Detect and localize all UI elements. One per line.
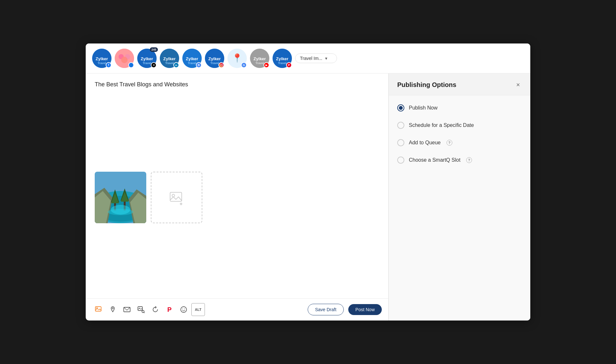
dropdown-label: Travel Im...	[300, 56, 322, 61]
svg-text:Travel: Travel	[143, 62, 151, 65]
travel-dropdown[interactable]: Travel Im... ▾	[295, 53, 337, 63]
main-area: The Best Travel Blogs and Websites	[86, 73, 530, 321]
svg-text:Zylker: Zylker	[186, 56, 198, 61]
svg-text:Travel: Travel	[98, 62, 106, 65]
svg-text:Zylker: Zylker	[276, 56, 288, 61]
account-twitter[interactable]: 245 ZylkerTravel ✕	[137, 49, 157, 68]
media-search-btn[interactable]	[135, 303, 148, 316]
svg-point-48	[112, 308, 113, 309]
account-map[interactable]: 📍 G	[227, 49, 247, 68]
location-toolbar-btn[interactable]	[106, 303, 119, 316]
svg-rect-42	[170, 192, 182, 201]
option-queue-label: Add to Queue	[409, 140, 441, 146]
editor-content: The Best Travel Blogs and Websites	[86, 73, 388, 298]
option-publish-now-label: Publish Now	[409, 105, 438, 111]
email-toolbar-btn[interactable]	[120, 303, 133, 316]
community-badge: 👤	[128, 62, 134, 68]
li-badge: in	[173, 62, 179, 68]
svg-text:Travel: Travel	[255, 62, 264, 65]
option-publish-now[interactable]: Publish Now	[397, 104, 522, 111]
publishing-options-list: Publish Now Schedule for a Specific Date…	[389, 95, 530, 173]
account-gmb[interactable]: ZylkerTravel B	[182, 49, 202, 68]
app-container: ZylkerTravel f 👤 245 ZylkerTravel ✕ Zylk…	[86, 43, 530, 321]
radio-publish-now[interactable]	[397, 104, 404, 111]
smartq-help-icon[interactable]: ?	[466, 157, 472, 163]
svg-point-41	[111, 205, 130, 215]
option-schedule-label: Schedule for a Specific Date	[409, 122, 474, 128]
account-fb[interactable]: ZylkerTravel f	[92, 49, 111, 68]
svg-text:Zylker: Zylker	[208, 56, 221, 61]
post-now-button[interactable]: Post Now	[348, 304, 382, 315]
publishing-panel: Publishing Options × Publish Now Schedul…	[389, 73, 530, 321]
editor-toolbar: P ALT Save Draft Post Now	[86, 298, 388, 321]
svg-text:Travel: Travel	[188, 62, 196, 65]
ig-badge: ◻	[218, 62, 224, 68]
svg-text:Zylker: Zylker	[141, 56, 153, 61]
close-button[interactable]: ×	[514, 81, 522, 89]
svg-point-56	[184, 309, 185, 309]
gmb-badge: B	[196, 62, 202, 68]
account-instagram[interactable]: ZylkerTravel ◻	[205, 49, 224, 68]
post-title[interactable]: The Best Travel Blogs and Websites	[95, 81, 379, 88]
emoji-btn[interactable]	[177, 303, 190, 316]
add-image-button[interactable]	[151, 172, 202, 223]
svg-text:Zylker: Zylker	[163, 56, 176, 61]
radio-schedule[interactable]	[397, 122, 404, 129]
alt-text-btn[interactable]: ALT	[191, 303, 205, 316]
queue-help-icon[interactable]: ?	[447, 140, 452, 146]
regenerate-btn[interactable]	[149, 303, 162, 316]
svg-text:📍: 📍	[232, 53, 243, 63]
account-pinterest[interactable]: ZylkerTravel P	[273, 49, 292, 68]
g-badge: G	[241, 62, 247, 68]
publishing-title: Publishing Options	[397, 81, 456, 89]
fb-badge: f	[106, 62, 111, 68]
publishing-header: Publishing Options ×	[389, 73, 530, 95]
svg-point-52	[142, 311, 144, 313]
pi-badge: P	[286, 62, 292, 68]
account-linkedin[interactable]: ZylkerTravel in	[160, 49, 179, 68]
svg-text:Travel: Travel	[165, 62, 174, 65]
option-smartq[interactable]: Choose a SmartQ Slot ?	[397, 157, 522, 164]
pinterest-btn[interactable]: P	[163, 303, 176, 316]
svg-text:Travel: Travel	[210, 62, 219, 65]
svg-point-6	[121, 57, 128, 63]
yt-badge: ▶	[264, 62, 269, 68]
option-smartq-label: Choose a SmartQ Slot	[409, 157, 460, 163]
svg-point-43	[172, 194, 175, 197]
chevron-down-icon: ▾	[325, 56, 327, 61]
svg-rect-46	[95, 307, 101, 311]
accounts-bar: ZylkerTravel f 👤 245 ZylkerTravel ✕ Zylk…	[86, 43, 530, 73]
svg-line-53	[144, 312, 145, 313]
save-draft-button[interactable]: Save Draft	[308, 304, 344, 315]
count-badge: 245	[150, 47, 158, 52]
svg-point-54	[181, 307, 187, 312]
radio-queue[interactable]	[397, 139, 404, 146]
editor-panel: The Best Travel Blogs and Websites	[86, 73, 389, 321]
account-youtube[interactable]: ZylkerTravel ▶	[250, 49, 269, 68]
svg-text:Travel: Travel	[278, 62, 286, 65]
tw-badge: ✕	[151, 62, 157, 68]
option-queue[interactable]: Add to Queue ?	[397, 139, 522, 146]
image-toolbar-btn[interactable]	[92, 303, 105, 316]
option-schedule[interactable]: Schedule for a Specific Date	[397, 122, 522, 129]
account-community[interactable]: 👤	[115, 49, 134, 68]
svg-text:Zylker: Zylker	[96, 56, 108, 61]
svg-text:Zylker: Zylker	[254, 56, 266, 61]
post-image-1[interactable]	[95, 172, 146, 223]
images-row	[95, 172, 379, 223]
radio-smartq[interactable]	[397, 157, 404, 164]
svg-point-55	[182, 309, 183, 309]
